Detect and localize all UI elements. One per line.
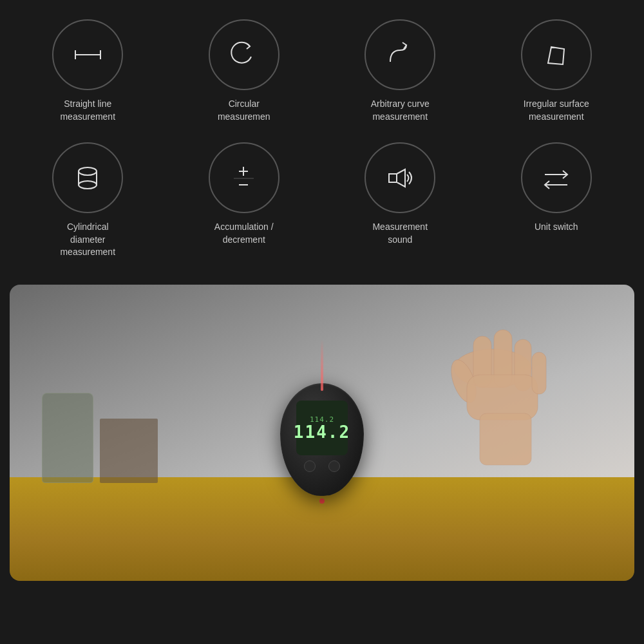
feature-cylindrical: Cylindricaldiametermeasurement	[13, 142, 163, 259]
svg-rect-19	[467, 375, 538, 420]
irregular-surface-icon	[538, 37, 574, 73]
measurement-sound-label: Measurementsound	[372, 221, 428, 246]
device-display-primary: 114.2	[294, 424, 350, 440]
cylindrical-icon-circle	[52, 142, 123, 213]
device-button-left[interactable]	[304, 460, 316, 472]
measurement-sound-icon-circle	[365, 142, 435, 213]
straight-line-icon-circle	[52, 19, 123, 90]
feature-unit-switch: Unit switch	[482, 142, 632, 259]
svg-rect-21	[532, 352, 546, 394]
irregular-surface-icon-circle	[521, 19, 592, 90]
svg-rect-12	[389, 174, 397, 182]
circular-icon	[226, 37, 261, 73]
measurement-sound-icon	[383, 160, 418, 196]
scene: 114.2 114.2	[10, 285, 634, 581]
unit-switch-icon	[538, 160, 574, 196]
device-screen: 114.2 114.2	[296, 401, 348, 455]
device-display-secondary: 114.2	[310, 415, 334, 424]
unit-switch-label: Unit switch	[535, 221, 578, 234]
svg-marker-3	[548, 47, 564, 64]
svg-marker-13	[397, 169, 405, 187]
features-section: Straight linemeasurement Circularmeasure…	[0, 0, 644, 272]
straight-line-label: Straight linemeasurement	[60, 98, 115, 123]
feature-straight-line: Straight linemeasurement	[13, 19, 163, 123]
arbitrary-curve-icon	[383, 37, 418, 73]
bg-box	[100, 419, 158, 483]
icons-grid: Straight linemeasurement Circularmeasure…	[13, 19, 631, 259]
svg-point-4	[79, 167, 97, 175]
device-button-right[interactable]	[328, 460, 340, 472]
accumulation-icon-circle	[209, 142, 279, 213]
accumulation-label: Accumulation /decrement	[214, 221, 274, 246]
cylindrical-label: Cylindricaldiametermeasurement	[60, 221, 115, 259]
svg-rect-20	[480, 413, 531, 465]
bg-glass	[42, 393, 93, 483]
unit-switch-icon-circle	[521, 142, 592, 213]
svg-point-7	[79, 181, 97, 189]
red-dot-indicator	[319, 498, 325, 504]
feature-accumulation: Accumulation /decrement	[169, 142, 319, 259]
circular-icon-circle	[209, 19, 279, 90]
accumulation-icon	[226, 160, 261, 196]
product-photo-section: 114.2 114.2	[10, 285, 634, 581]
feature-measurement-sound: Measurementsound	[325, 142, 475, 259]
circular-label: Circularmeasuremen	[218, 98, 270, 123]
feature-irregular-surface: Irregular surfacemeasurement	[482, 19, 632, 123]
feature-circular: Circularmeasuremen	[169, 19, 319, 123]
straight-line-icon	[70, 37, 106, 73]
hand-illustration	[351, 304, 596, 523]
feature-arbitrary-curve: Arbitrary curvemeasurement	[325, 19, 475, 123]
arbitrary-curve-label: Arbitrary curvemeasurement	[371, 98, 430, 123]
cylindrical-icon	[70, 160, 106, 196]
measurement-device: 114.2 114.2	[280, 383, 364, 504]
device-buttons-row	[304, 460, 340, 472]
device-body: 114.2 114.2	[280, 383, 364, 496]
irregular-surface-label: Irregular surfacemeasurement	[524, 98, 589, 123]
arbitrary-curve-icon-circle	[365, 19, 435, 90]
laser-beam	[321, 339, 323, 391]
